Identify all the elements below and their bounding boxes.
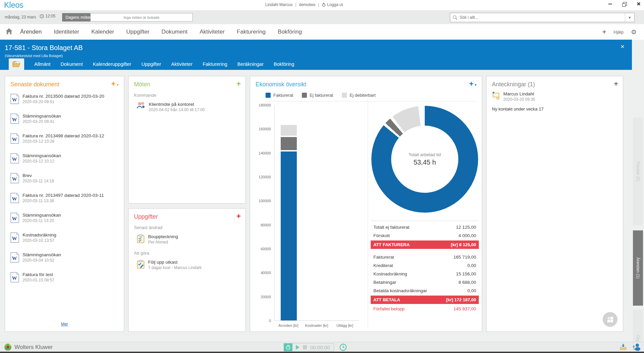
nav-item-uppgifter[interactable]: Uppgifter	[126, 29, 149, 35]
power-icon	[322, 3, 326, 7]
home-button[interactable]	[5, 28, 13, 36]
financial-label: Kostnadsräkning	[373, 271, 407, 276]
global-search: ▼	[450, 13, 635, 22]
document-list-item[interactable]: W Faktura nr. 2013498 daterad 2020-03-12…	[10, 133, 121, 144]
y-axis-tick-label: 20000	[254, 295, 271, 299]
side-tab-fönster-0-[interactable]: Fönster (0)	[633, 118, 643, 225]
phone-contact-icon[interactable]	[632, 343, 641, 351]
y-axis-tick-label: 80000	[254, 223, 271, 227]
note-list-item[interactable]: Marcus Lindahl 2020-03-20 09:35	[492, 91, 623, 102]
side-tab-ärenden-1-[interactable]: Ärenden (1)	[633, 230, 643, 306]
word-doc-icon: W	[10, 173, 19, 183]
document-list-item[interactable]: W Faktura nr. 2013497 daterad 2020-03-11…	[10, 193, 121, 203]
svg-text:W: W	[12, 157, 17, 162]
document-title: Stämningsansökan	[22, 213, 61, 218]
case-tab-fakturering[interactable]: Fakturering	[202, 61, 227, 70]
search-scope-dropdown[interactable]: ▼	[625, 13, 634, 22]
svg-text:W: W	[12, 216, 17, 221]
document-list-item[interactable]: W Stämningsansökan 2020-03-11 13:20	[10, 213, 121, 223]
document-list-item[interactable]: W Kostnadsräkning 2020-03-10 13:57	[10, 232, 121, 243]
add-widget-button[interactable]	[603, 312, 617, 327]
add-document-button[interactable]: +▼	[111, 81, 119, 87]
case-tab-allmänt[interactable]: Allmänt	[34, 61, 50, 70]
minimize-button[interactable]	[608, 1, 613, 7]
note-text: Ny kontakt under vecka 17	[492, 106, 623, 112]
task-list-item[interactable]: Följ upp utkast 7 dagar kvar - Marcus Li…	[137, 260, 245, 270]
notes-panel: Anteckningar (1) + Marcus Lindahl 2020-0…	[486, 76, 623, 332]
word-doc-icon: W	[10, 94, 19, 104]
document-date: 2020-03-12 10:28	[22, 139, 104, 144]
financial-label: Betalningar	[373, 280, 396, 285]
financial-row: Krediterat 0,00	[371, 261, 479, 270]
document-list-item[interactable]: W Faktura nr. 2013500 daterad 2020-03-20…	[10, 94, 121, 104]
case-tab-bokföring[interactable]: Bokföring	[274, 61, 294, 70]
y-axis-tick-label: 180000	[254, 103, 271, 107]
add-note-button[interactable]: +	[614, 81, 618, 87]
document-title: Faktura nr. 2013497 daterad 2020-03-11	[22, 193, 104, 198]
document-list-item[interactable]: W Stämningsansökan 2020-03-04 10:52	[10, 252, 121, 263]
nav-item-kalender[interactable]: Kalender	[91, 29, 114, 35]
help-button[interactable]: Hjälp	[613, 30, 624, 35]
document-list-item[interactable]: W Faktura för test 2020-01-15 08:57	[10, 272, 121, 282]
chevron-down-icon: ▼	[628, 16, 632, 19]
svg-text:W: W	[12, 117, 17, 122]
financial-label: Betalda kostnadsräkningar	[373, 288, 427, 293]
add-economy-item-button[interactable]: +▼	[469, 81, 477, 87]
nav-item-aktiviteter[interactable]: Aktiviteter	[199, 29, 225, 35]
clock-button[interactable]	[339, 344, 347, 351]
nav-item-dokument[interactable]: Dokument	[162, 29, 187, 35]
folder-icon	[12, 61, 20, 68]
nav-item-identiteter[interactable]: Identiteter	[54, 29, 79, 35]
case-header: 17-581 - Stora Bolaget AB (Varumärkestvi…	[0, 40, 632, 70]
nav-item-fakturering[interactable]: Fakturering	[237, 29, 266, 35]
play-button[interactable]	[296, 345, 300, 350]
nav-item-ärenden[interactable]: Ärenden	[20, 29, 42, 35]
case-tab-kalenderuppgifter[interactable]: Kalenderuppgifter	[93, 61, 131, 70]
case-tab-beräkningar[interactable]: Beräkningar	[237, 61, 264, 70]
add-task-button[interactable]: +	[236, 213, 241, 219]
task-list-item[interactable]: Bouppteckning Per Ahmed	[137, 234, 245, 245]
note-date: 2020-03-20 09:35	[503, 97, 535, 102]
gear-icon[interactable]: ⚙	[631, 28, 637, 36]
meetings-panel: Möten + Kommande Klientmöte på kontoret …	[128, 76, 246, 204]
y-axis-tick-label: 140000	[254, 151, 271, 155]
restore-button[interactable]	[622, 1, 627, 7]
panel-title: Senaste dokument	[10, 81, 59, 88]
task-subtitle: Per Ahmed	[148, 240, 178, 245]
tab-case-overview[interactable]	[9, 58, 24, 70]
document-list-item[interactable]: W Stämningsansökan 2020-03-20 09:41	[10, 114, 121, 124]
svg-text:W: W	[12, 236, 17, 241]
document-title: Faktura nr. 2013500 daterad 2020-03-20	[22, 94, 104, 99]
close-case-button[interactable]: ✕	[620, 44, 625, 50]
stopwatch-button[interactable]	[284, 343, 292, 351]
financial-summary-table: Totalt ej fakturerat 12 125,00 Förskott …	[371, 221, 479, 313]
search-input[interactable]	[458, 15, 625, 20]
document-list-item[interactable]: W Brev 2020-03-11 14:18	[10, 173, 121, 183]
x-axis-category-label: Kostnader [kr]	[303, 323, 331, 327]
case-tab-dokument[interactable]: Dokument	[60, 61, 83, 70]
financial-value: 0,00	[467, 263, 476, 268]
meeting-list-item[interactable]: Klientmöte på kontoret 2020-04-02 från 1…	[137, 102, 245, 112]
document-list-item[interactable]: W Stämningsansökan 2020-03-12 10:12	[10, 153, 121, 164]
kleos-application: Kleos Lindahl Marcus | demotwo | Logga u…	[0, 0, 644, 353]
more-documents-link[interactable]: Mer	[61, 322, 68, 326]
clock-icon	[40, 14, 44, 18]
case-tab-uppgifter[interactable]: Uppgifter	[141, 61, 161, 70]
case-tabs: AllmäntDokumentKalenderuppgifterUppgifte…	[9, 58, 294, 70]
meeting-title: Klientmöte på kontoret	[149, 102, 205, 107]
current-date: måndag, 23 mars	[5, 15, 36, 19]
brand-name: Wolters Kluwer	[14, 344, 53, 351]
svg-text:W: W	[12, 256, 17, 261]
quick-add-button[interactable]: +	[602, 28, 606, 36]
logout-button[interactable]: Logga ut	[322, 2, 343, 7]
nav-item-bokföring[interactable]: Bokföring	[278, 29, 302, 35]
close-window-button[interactable]: ✕	[636, 1, 641, 7]
document-title: Stämningsansökan	[22, 114, 61, 119]
case-tab-aktiviteter[interactable]: Aktiviteter	[171, 61, 193, 70]
stop-button[interactable]	[303, 345, 307, 349]
side-tab-strip: Fönster (0)Ärenden (1)Öppna dokument (0)	[632, 109, 644, 353]
add-meeting-button[interactable]: +	[236, 81, 241, 87]
document-title: Kostnadsräkning	[22, 232, 56, 237]
inbox-download-icon[interactable]	[619, 343, 627, 351]
document-title: Brev	[22, 173, 54, 178]
